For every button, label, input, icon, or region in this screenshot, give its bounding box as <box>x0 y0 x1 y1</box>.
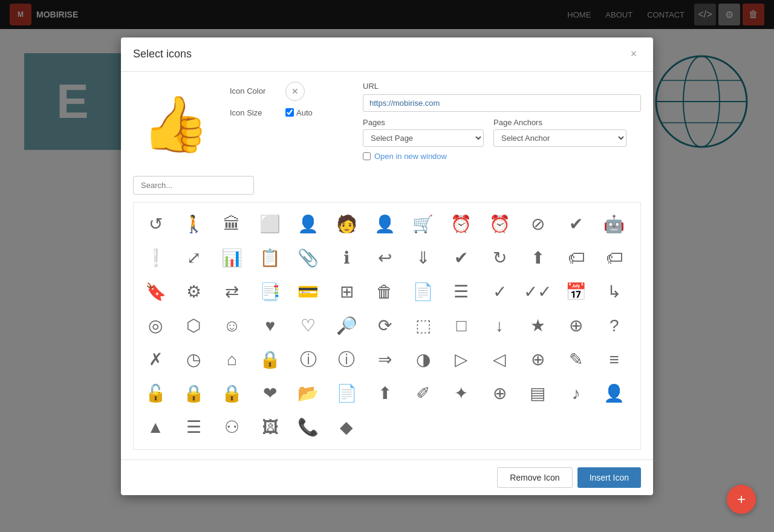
star-icon[interactable]: ★ <box>521 309 554 343</box>
android-icon[interactable]: 🤖 <box>597 207 631 241</box>
check-badge-icon[interactable]: ✔ <box>444 241 478 275</box>
microphone-icon[interactable]: ♪ <box>559 377 593 410</box>
lock-closed-icon[interactable]: 🔒 <box>177 377 210 410</box>
chart-icon[interactable]: 📊 <box>215 241 249 275</box>
color-reset-button[interactable]: ✕ <box>285 82 305 101</box>
cloud-upload-icon[interactable]: ⬆ <box>521 241 554 275</box>
bookmark-outline-icon[interactable]: 🔖 <box>138 275 172 309</box>
close-circle-icon[interactable]: ✗ <box>138 343 172 377</box>
edit-icon[interactable]: ✎ <box>559 343 593 377</box>
grid-icon[interactable]: ⊞ <box>330 275 363 309</box>
open-new-window-checkbox[interactable] <box>363 152 371 160</box>
zoom-icon[interactable]: 🔎 <box>330 309 363 343</box>
refresh-icon[interactable]: ↻ <box>483 241 516 275</box>
return-icon[interactable]: ↩ <box>368 241 402 275</box>
download-icon[interactable]: ↓ <box>483 309 516 343</box>
history-icon[interactable]: ◷ <box>177 343 210 377</box>
user-filled-icon[interactable]: 👤 <box>368 207 402 241</box>
anchor-select[interactable]: Select Anchor <box>493 129 626 147</box>
folder-open-icon[interactable]: 📂 <box>291 377 325 410</box>
contrast-icon[interactable]: ◑ <box>406 343 440 377</box>
user-circle-icon[interactable]: 🧑 <box>330 207 363 241</box>
cart-add-icon[interactable]: 🛒 <box>406 207 440 241</box>
gallery-icon[interactable]: 🖼 <box>253 410 287 444</box>
tag-icon[interactable]: ◁ <box>483 343 516 377</box>
person-square-icon[interactable]: 👤 <box>597 377 631 410</box>
lock-icon[interactable]: 🔒 <box>253 343 287 377</box>
globe-icon[interactable]: ⊕ <box>521 343 554 377</box>
info-badge-icon[interactable]: ℹ <box>330 241 363 275</box>
document-icon[interactable]: 📄 <box>406 275 440 309</box>
exit-icon[interactable]: ↳ <box>597 275 631 309</box>
file-plus-icon[interactable]: 📄 <box>330 377 363 410</box>
bookmark-icon[interactable]: 🏷 <box>597 241 631 275</box>
user-icon[interactable]: 👤 <box>291 207 325 241</box>
group-icon[interactable]: ⊕ <box>559 309 593 343</box>
pages-anchors-section: Pages Select Page Page Anchors Select An… <box>363 118 641 147</box>
alarm-add-icon[interactable]: ⏰ <box>483 207 516 241</box>
phone-icon[interactable]: 📞 <box>291 410 325 444</box>
list-icon[interactable]: ≡ <box>597 343 631 377</box>
bookmark-filled-icon[interactable]: 🏷 <box>559 241 593 275</box>
exclamation-icon[interactable]: ❕ <box>138 241 172 275</box>
reload-icon[interactable]: ⇄ <box>215 275 249 309</box>
search-area <box>133 176 641 195</box>
selection-icon[interactable]: ⬚ <box>406 309 440 343</box>
file-upload-icon[interactable]: ⬆ <box>368 377 402 410</box>
alarm-check-icon[interactable]: ✔ <box>559 207 593 241</box>
mobile-info-icon[interactable]: ☰ <box>177 410 210 444</box>
resize-icon[interactable]: ⤢ <box>177 241 210 275</box>
download-badge-icon[interactable]: ⇓ <box>406 241 440 275</box>
trash-icon[interactable]: 🗑 <box>368 275 402 309</box>
bug-icon[interactable]: ⚙ <box>177 275 210 309</box>
heart-filled-icon[interactable]: ♥ <box>253 309 287 343</box>
credit-card-icon[interactable]: 💳 <box>291 275 325 309</box>
select-icons-modal: Select icons × 👍 Icon Color ✕ <box>121 37 653 495</box>
check-icon[interactable]: ✓ <box>483 275 516 309</box>
square-outline-icon[interactable]: □ <box>444 309 478 343</box>
person-outline-icon[interactable]: ⚇ <box>215 410 249 444</box>
lock-open-icon[interactable]: 🔓 <box>138 377 172 410</box>
list-rows-icon[interactable]: ☰ <box>444 275 478 309</box>
smiley-icon[interactable]: ☺ <box>215 309 249 343</box>
info-icon[interactable]: ⓘ <box>291 343 325 377</box>
fab-add-button[interactable]: + <box>727 485 756 514</box>
color-label: Icon Color <box>230 86 278 96</box>
lock-square-icon[interactable]: 🔒 <box>215 377 249 410</box>
signal-settings-icon[interactable]: ▲ <box>138 410 172 444</box>
notebook-icon[interactable]: 📑 <box>253 275 287 309</box>
puzzle-icon[interactable]: ⬡ <box>177 309 210 343</box>
clipboard-icon[interactable]: 📋 <box>253 241 287 275</box>
person-badge-icon[interactable]: 📎 <box>291 241 325 275</box>
double-check-icon[interactable]: ✓✓ <box>521 275 554 309</box>
url-input[interactable] <box>363 94 641 112</box>
move-icon[interactable]: ✦ <box>444 377 478 410</box>
search-refresh-icon[interactable]: ⟳ <box>368 309 402 343</box>
3d-icon[interactable]: ↺ <box>138 207 172 241</box>
remove-icon-button[interactable]: Remove Icon <box>497 467 572 488</box>
search-input[interactable] <box>133 176 254 195</box>
bank-icon[interactable]: 🏛 <box>215 207 249 241</box>
label-heart-icon[interactable]: ❤ <box>253 377 287 410</box>
calendar-icon[interactable]: 📅 <box>559 275 593 309</box>
no-alarm-icon[interactable]: ⊘ <box>521 207 554 241</box>
open-new-icon[interactable]: ✐ <box>406 377 440 410</box>
label-icon[interactable]: ▷ <box>444 343 478 377</box>
alarm-icon[interactable]: ⏰ <box>444 207 478 241</box>
input-icon[interactable]: ⇒ <box>368 343 402 377</box>
square-icon[interactable]: ⬜ <box>253 207 287 241</box>
modal-close-button[interactable]: × <box>626 47 641 62</box>
size-auto-checkbox[interactable] <box>285 108 294 117</box>
card-form-icon[interactable]: ▤ <box>521 377 554 410</box>
help-icon[interactable]: ? <box>597 309 631 343</box>
pages-select[interactable]: Select Page <box>363 129 484 147</box>
home-icon[interactable]: ⌂ <box>215 343 249 377</box>
compass-icon[interactable]: ◎ <box>138 309 172 343</box>
open-new-window-label: Open in new window <box>374 152 447 161</box>
wifi-info-icon[interactable]: ◆ <box>330 410 363 444</box>
insert-icon-button[interactable]: Insert Icon <box>577 467 641 488</box>
search-plus-icon[interactable]: ⊕ <box>483 377 516 410</box>
heart-outline-icon[interactable]: ♡ <box>291 309 325 343</box>
person-icon[interactable]: 🚶 <box>177 207 210 241</box>
info-circle-icon[interactable]: ⓘ <box>330 343 363 377</box>
